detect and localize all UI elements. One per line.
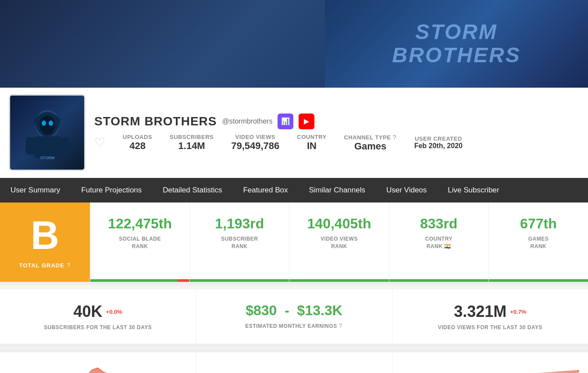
subscriber-rank-card: 1,193rd SUBSCRIBERRANK <box>189 202 289 282</box>
social-blade-rank-label: SOCIAL BLADERANK <box>97 235 183 250</box>
nav-user-summary[interactable]: User Summary <box>0 178 71 202</box>
subscribers-stat: SUBSCRIBERS 1.14M <box>170 134 214 152</box>
games-rank-card: 677th GAMESRANK <box>488 202 588 282</box>
video-views-rank-label: VIDEO VIEWSRANK <box>296 235 382 250</box>
rank-progress-bar-1 <box>90 279 189 282</box>
user-created-stat: USER CREATED Feb 20th, 2020 <box>414 135 463 150</box>
svg-point-3 <box>49 121 53 126</box>
uploads-value: 428 <box>123 140 152 152</box>
subscribers-30day-change: +0.0% <box>106 309 122 315</box>
grade-box: B TOTAL GRADE ? <box>0 202 90 282</box>
monthly-earnings-help-icon[interactable]: ? <box>339 322 343 329</box>
video-views-rank-card: 140,405th VIDEO VIEWSRANK <box>289 202 388 282</box>
rank-progress-bar-4 <box>389 279 488 282</box>
svg-point-1 <box>39 115 55 135</box>
channel-avatar: STORM <box>9 94 86 171</box>
games-rank-label: GAMESRANK <box>495 235 581 250</box>
video-views-label: VIDEO VIEWS <box>231 134 279 140</box>
india-flag: 🇮🇳 <box>444 243 451 249</box>
rank-progress-bar-5 <box>489 279 588 282</box>
svg-rect-6 <box>60 137 69 155</box>
uploads-label: UPLOADS <box>123 134 152 140</box>
video-views-value: 79,549,786 <box>231 140 279 152</box>
monthly-earnings-range: $830 - $13.3K <box>205 302 383 319</box>
nav-detailed-statistics[interactable]: Detailed Statistics <box>152 178 232 202</box>
subscribers-30day-label: SUBSCRIBERS FOR THE LAST 30 DAYS <box>9 324 187 330</box>
svg-point-2 <box>42 121 46 126</box>
user-created-value: Feb 20th, 2020 <box>414 142 463 150</box>
channel-name: STORM BROTHERS <box>94 114 217 128</box>
country-stat: COUNTRY IN <box>297 134 326 152</box>
nav-featured-box[interactable]: Featured Box <box>232 178 298 202</box>
country-value: IN <box>297 140 326 152</box>
analytics-icon-btn[interactable]: 📊 <box>278 114 293 129</box>
nav-future-projections[interactable]: Future Projections <box>71 178 152 202</box>
nav-similar-channels[interactable]: Similar Channels <box>299 178 376 202</box>
chart-section: TOTAL SUBSCRIBERS (WEEKLY) $10K - $159.4… <box>0 349 588 373</box>
social-blade-rank-value: 122,475th <box>97 216 183 232</box>
svg-rect-5 <box>25 137 35 155</box>
channel-handle: @stormbrothers <box>222 117 273 125</box>
subscribers-value: 1.14M <box>170 140 214 152</box>
profile-stats: ♡ UPLOADS 428 SUBSCRIBERS 1.14M VIDEO VI… <box>94 134 579 152</box>
country-rank-value: 833rd <box>396 216 482 232</box>
monthly-earnings-label: ESTIMATED MONTHLY EARNINGS ? <box>205 322 383 329</box>
video-views-stat: VIDEO VIEWS 79,549,786 <box>231 134 279 152</box>
grade-label: TOTAL GRADE ? <box>19 262 71 269</box>
monthly-earnings-card: $830 - $13.3K ESTIMATED MONTHLY EARNINGS… <box>196 289 392 344</box>
channel-type-value: Games <box>344 141 397 152</box>
subscribers-30day-card: 40K +0.0% SUBSCRIBERS FOR THE LAST 30 DA… <box>0 289 196 344</box>
subscribers-30day-value: 40K <box>74 302 103 321</box>
user-created-label: USER CREATED <box>414 135 463 142</box>
banner-logo-right: STORMBROTHERS <box>325 0 588 88</box>
metrics-section: 40K +0.0% SUBSCRIBERS FOR THE LAST 30 DA… <box>0 289 588 344</box>
video-views-rank-value: 140,405th <box>296 216 382 232</box>
grade-help-icon[interactable]: ? <box>67 262 71 269</box>
channel-type-help-icon[interactable]: ? <box>393 134 397 141</box>
videoviews-chart-card: TOTAL VIDEO VIEWS (WEEKLY) <box>392 352 588 373</box>
subscribers-chart-card: TOTAL SUBSCRIBERS (WEEKLY) <box>0 352 196 373</box>
rank-progress-bar-2 <box>190 279 289 282</box>
grade-letter: B <box>31 216 59 255</box>
videoviews-chart <box>401 361 579 373</box>
videoviews-30day-label: VIDEO VIEWS FOR THE LAST 30 DAYS <box>401 324 579 330</box>
subscriber-rank-label: SUBSCRIBERRANK <box>196 235 282 250</box>
country-rank-card: 833rd COUNTRYRANK 🇮🇳 <box>389 202 488 282</box>
country-label: COUNTRY <box>297 134 326 140</box>
country-rank-label: COUNTRYRANK 🇮🇳 <box>396 235 482 250</box>
yearly-earnings-range: $10K - $159.4K <box>241 371 348 373</box>
nav-live-subscriber[interactable]: Live Subscriber <box>437 178 510 202</box>
subscribers-chart <box>9 361 187 373</box>
banner-logo-text: STORMBROTHERS <box>392 21 520 67</box>
videoviews-30day-value: 3.321M <box>454 302 506 321</box>
channel-type-stat: CHANNEL TYPE ? Games <box>344 134 397 152</box>
profile-info: STORM BROTHERS @stormbrothers 📊 ▶ ♡ UPLO… <box>94 114 579 152</box>
subscriber-rank-value: 1,193rd <box>196 216 282 232</box>
yearly-earnings-card: $10K - $159.4K ESTIMATED YEARLY EARNINGS… <box>196 352 392 373</box>
uploads-stat: UPLOADS 428 <box>123 134 152 152</box>
header-banner: STORMBROTHERS <box>0 0 588 88</box>
channel-type-label: CHANNEL TYPE ? <box>344 134 397 141</box>
nav-bar: User Summary Future Projections Detailed… <box>0 178 588 202</box>
favorite-button[interactable]: ♡ <box>94 135 105 150</box>
rank-cards: 122,475th SOCIAL BLADERANK 1,193rd SUBSC… <box>90 202 588 282</box>
videoviews-30day-change: +0.7% <box>510 309 526 315</box>
svg-rect-4 <box>34 136 61 158</box>
social-blade-rank-card: 122,475th SOCIAL BLADERANK <box>90 202 189 282</box>
nav-user-videos[interactable]: User Videos <box>376 178 437 202</box>
subscribers-label: SUBSCRIBERS <box>170 134 214 140</box>
youtube-icon-btn[interactable]: ▶ <box>299 114 314 129</box>
videoviews-30day-card: 3.321M +0.7% VIDEO VIEWS FOR THE LAST 30… <box>392 289 588 344</box>
divider-2 <box>0 344 588 347</box>
stats-grid: B TOTAL GRADE ? 122,475th SOCIAL BLADERA… <box>0 202 588 282</box>
profile-section: STORM STORM BROTHERS @stormbrothers 📊 ▶ … <box>0 88 588 178</box>
svg-text:STORM: STORM <box>40 156 54 160</box>
games-rank-value: 677th <box>495 216 581 232</box>
profile-name-row: STORM BROTHERS @stormbrothers 📊 ▶ <box>94 114 579 129</box>
divider-1 <box>0 282 588 285</box>
rank-progress-bar-3 <box>289 279 388 282</box>
